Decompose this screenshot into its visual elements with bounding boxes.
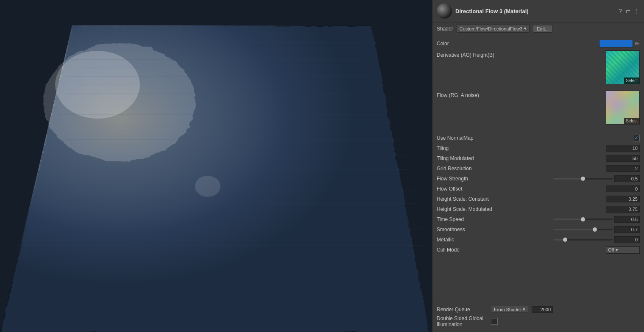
height-scale-modulated-row: Height Scale, Modulated (432, 204, 644, 214)
tiling-modulated-row: Tiling Modulated (432, 153, 644, 163)
render-queue-row: Render Queue From Shader ▾ (437, 304, 640, 314)
cull-mode-label: Cull Mode (437, 247, 521, 253)
cull-mode-chevron-icon: ▾ (616, 247, 618, 253)
tiling-label: Tiling (437, 145, 521, 151)
color-picker-icon[interactable]: ✏ (635, 40, 640, 47)
height-scale-constant-input[interactable] (606, 196, 640, 202)
smoothness-label: Smoothness (437, 227, 521, 232)
render-queue-label: Render Queue (437, 307, 488, 313)
viewport (0, 0, 432, 332)
flow-strength-row: Flow Strength (432, 174, 644, 184)
tiling-modulated-value-area (521, 155, 640, 162)
tiling-value-area (521, 145, 640, 152)
color-swatch[interactable] (599, 40, 633, 47)
derivative-texture-area: Select (521, 50, 640, 84)
use-normalmap-row: Use NormalMap ✓ (432, 133, 644, 143)
flow-texture-row: Flow (RG, A noise) Select (432, 89, 644, 129)
cull-mode-value-area: Off ▾ (521, 246, 640, 254)
use-normalmap-checkbox[interactable]: ✓ (633, 135, 640, 141)
shader-dropdown[interactable]: Custom/Flow/DirectionalFlow3 ▾ (457, 25, 530, 33)
flow-select-button[interactable]: Select (624, 118, 639, 124)
flow-offset-label: Flow Offset (437, 186, 521, 192)
svg-point-5 (195, 176, 220, 197)
metallic-row: Metallic (432, 235, 644, 245)
height-scale-modulated-input[interactable] (606, 206, 640, 213)
grid-resolution-input[interactable] (606, 165, 640, 172)
tiling-modulated-input[interactable] (606, 155, 640, 162)
flow-offset-value-area (521, 185, 640, 192)
time-speed-value-area (521, 216, 640, 223)
color-value-area: ✏ (521, 40, 640, 47)
use-normalmap-value-area: ✓ (521, 135, 640, 141)
layout-icon[interactable]: ⇄ (625, 8, 630, 14)
dsgi-label: Double Sided Global Illumination (437, 315, 488, 327)
tiling-input[interactable] (606, 145, 640, 152)
tiling-row: Tiling (432, 143, 644, 153)
shader-label: Shader (437, 26, 453, 32)
cull-mode-row: Cull Mode Off ▾ (432, 245, 644, 255)
tiling-modulated-label: Tiling Modulated (437, 155, 521, 161)
dsgi-row: Double Sided Global Illumination (437, 314, 640, 329)
flow-offset-row: Flow Offset (432, 184, 644, 194)
color-row: Color ✏ (432, 39, 644, 49)
header-icons: ? ⇄ ⋮ (619, 8, 640, 14)
divider-1 (432, 131, 644, 131)
material-sphere-preview (437, 3, 452, 19)
inspector-header: Directional Flow 3 (Material) ? ⇄ ⋮ (432, 0, 644, 22)
time-speed-thumb[interactable] (581, 217, 585, 221)
smoothness-value-area (521, 226, 640, 233)
cull-mode-value: Off (608, 247, 614, 252)
height-scale-modulated-value-area (521, 206, 640, 213)
derivative-select-button[interactable]: Select (624, 77, 639, 84)
shader-value: Custom/Flow/DirectionalFlow3 (460, 26, 523, 31)
flow-strength-label: Flow Strength (437, 176, 521, 182)
flow-strength-input[interactable] (614, 175, 640, 182)
flow-texture-area: Select (521, 91, 640, 125)
time-speed-track[interactable] (553, 219, 613, 220)
metallic-label: Metallic (437, 237, 521, 243)
grid-resolution-row: Grid Resolution (432, 163, 644, 174)
render-queue-input[interactable] (532, 306, 553, 313)
smoothness-row: Smoothness (432, 224, 644, 235)
flow-strength-track[interactable] (553, 178, 613, 180)
smoothness-input[interactable] (614, 226, 640, 233)
metallic-thumb[interactable] (563, 238, 567, 242)
render-queue-dropdown-value: From Shader (494, 307, 521, 312)
flow-strength-thumb[interactable] (581, 177, 585, 181)
height-scale-modulated-label: Height Scale, Modulated (437, 206, 521, 212)
properties-area: Color ✏ Derivative (AG) Height(B) Select… (432, 35, 644, 301)
derivative-texture-row: Derivative (AG) Height(B) Select (432, 49, 644, 89)
metallic-input[interactable] (614, 236, 640, 243)
help-icon[interactable]: ? (619, 8, 622, 14)
shader-edit-button[interactable]: Edit... (533, 25, 552, 33)
color-label: Color (437, 41, 521, 47)
render-queue-chevron-icon: ▾ (523, 307, 525, 312)
derivative-texture-preview[interactable]: Select (606, 50, 640, 84)
smoothness-track[interactable] (553, 229, 613, 230)
time-speed-label: Time Speed (437, 216, 521, 222)
time-speed-row: Time Speed (432, 214, 644, 224)
metallic-value-area (521, 236, 640, 243)
shader-row: Shader Custom/Flow/DirectionalFlow3 ▾ Ed… (432, 22, 644, 35)
more-icon[interactable]: ⋮ (634, 8, 640, 14)
time-speed-input[interactable] (614, 216, 640, 223)
derivative-label: Derivative (AG) Height(B) (437, 50, 521, 58)
material-title: Directional Flow 3 (Material) (455, 8, 615, 14)
grid-resolution-label: Grid Resolution (437, 166, 521, 172)
height-scale-constant-row: Height Scale, Constant (432, 194, 644, 204)
metallic-track[interactable] (553, 239, 613, 241)
cull-mode-dropdown[interactable]: Off ▾ (606, 246, 640, 254)
footer-section: Render Queue From Shader ▾ Double Sided … (432, 301, 644, 332)
shader-chevron-icon: ▾ (524, 26, 527, 31)
flow-offset-input[interactable] (606, 185, 640, 192)
use-normalmap-label: Use NormalMap (437, 135, 521, 141)
grid-resolution-value-area (521, 165, 640, 172)
smoothness-thumb[interactable] (593, 227, 597, 232)
flow-texture-label: Flow (RG, A noise) (437, 91, 521, 98)
height-scale-constant-value-area (521, 196, 640, 202)
render-queue-dropdown[interactable]: From Shader ▾ (491, 306, 528, 313)
flow-strength-value-area (521, 175, 640, 182)
dsgi-checkbox[interactable] (491, 318, 498, 325)
height-scale-constant-label: Height Scale, Constant (437, 196, 521, 202)
flow-texture-preview[interactable]: Select (606, 91, 640, 125)
